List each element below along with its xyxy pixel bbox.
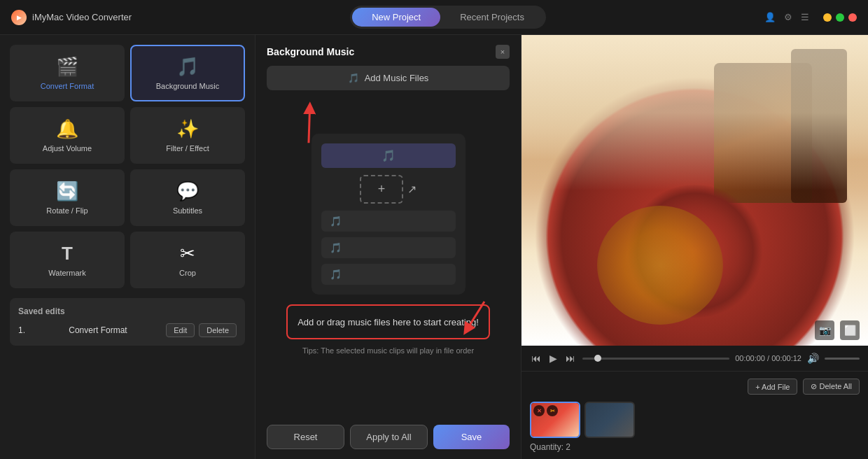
- saved-edit-name: Convert Format: [69, 325, 127, 335]
- crop-icon: ✂: [180, 243, 195, 264]
- saved-edit-item: 1. Convert Format Edit Delete: [18, 323, 237, 337]
- plus-area: + ↗: [360, 175, 417, 204]
- tools-grid: 🎬 Convert Format 🎵 Background Music 🔔 Ad…: [10, 45, 245, 288]
- recent-projects-tab[interactable]: Recent Projects: [440, 8, 544, 27]
- svg-line-1: [293, 108, 326, 143]
- music-row-3: 🎵: [321, 264, 456, 285]
- clip-1-badges: ✕ ✂: [533, 405, 558, 416]
- clip-2-thumbnail: [586, 403, 634, 437]
- saved-edits-title: Saved edits: [18, 306, 237, 316]
- tool-crop[interactable]: ✂ Crop: [130, 232, 245, 288]
- add-music-files-button[interactable]: 🎵 Add Music Files: [267, 66, 510, 90]
- tool-subtitles-label: Subtitles: [173, 206, 202, 215]
- delete-all-button[interactable]: ⊘ Delete All: [803, 379, 860, 395]
- main-layout: 🎬 Convert Format 🎵 Background Music 🔔 Ad…: [0, 35, 868, 459]
- tool-rotate-flip-label: Rotate / Flip: [46, 206, 88, 215]
- clip-1[interactable]: ✕ ✂: [530, 402, 580, 438]
- background-music-icon: 🎵: [176, 56, 199, 78]
- timeline-clips: ✕ ✂: [530, 402, 860, 438]
- panel-close-button[interactable]: ×: [496, 45, 510, 59]
- skip-forward-button[interactable]: ⏭: [564, 351, 577, 365]
- music-placeholder-box: 🎵 + ↗ 🎵 🎵 🎵: [312, 134, 465, 295]
- plus-icon: +: [378, 182, 386, 197]
- watermark-icon: T: [62, 243, 73, 264]
- current-time: 00:00:00: [735, 354, 765, 362]
- clip-2[interactable]: [584, 402, 635, 438]
- pizza-image-bg: [522, 35, 868, 346]
- tool-convert-format-label: Convert Format: [41, 82, 94, 90]
- tool-convert-format[interactable]: 🎬 Convert Format: [10, 45, 125, 101]
- tool-background-music-label: Background Music: [156, 82, 220, 90]
- drop-zone-text: Add or drag music files here to start cr…: [298, 317, 479, 327]
- clip-1-scissors-badge[interactable]: ✂: [547, 405, 558, 416]
- music-highlight-row: 🎵: [321, 143, 456, 168]
- close-button[interactable]: [848, 13, 857, 22]
- minimize-button[interactable]: [823, 13, 832, 22]
- preview-icons: 📷 ⬜: [815, 320, 860, 340]
- panel-header: Background Music ×: [255, 35, 521, 66]
- app-title: iMyMac Video Converter: [32, 12, 132, 22]
- music-row-icon-2: 🎵: [330, 242, 342, 253]
- panel-footer: Reset Apply to All Save: [255, 418, 521, 459]
- left-panel: 🎬 Convert Format 🎵 Background Music 🔔 Ad…: [0, 35, 255, 459]
- new-project-tab[interactable]: New Project: [352, 8, 440, 27]
- quantity-text: Quantity: 2: [530, 442, 860, 452]
- adjust-volume-icon: 🔔: [56, 118, 78, 140]
- titlebar-left: ▶ iMyMac Video Converter: [11, 10, 132, 25]
- tool-adjust-volume[interactable]: 🔔 Adjust Volume: [10, 107, 125, 164]
- music-content-area: 🎵 + ↗ 🎵 🎵 🎵: [255, 99, 521, 418]
- background-music-panel: Background Music × 🎵 Add Music Files: [255, 35, 522, 459]
- tool-rotate-flip[interactable]: 🔄 Rotate / Flip: [10, 169, 125, 226]
- panel-title: Background Music: [267, 46, 354, 57]
- saved-edits-section: Saved edits 1. Convert Format Edit Delet…: [10, 298, 245, 346]
- subtitles-icon: 💬: [176, 181, 199, 202]
- timeline-header: + Add File ⊘ Delete All: [530, 379, 860, 395]
- maximize-button[interactable]: [836, 13, 844, 22]
- volume-icon: 🔊: [807, 353, 819, 364]
- total-time: 00:00:12: [771, 354, 802, 362]
- apply-to-all-button[interactable]: Apply to All: [350, 425, 428, 449]
- window-controls: 👤 ⚙ ☰: [764, 12, 857, 22]
- menu-icon[interactable]: ☰: [801, 12, 809, 22]
- tool-watermark[interactable]: T Watermark: [10, 232, 125, 288]
- arrow-indicator-2: [456, 298, 491, 339]
- time-display: 00:00:00 / 00:00:12: [735, 354, 802, 362]
- progress-indicator: [594, 355, 601, 362]
- tool-subtitles[interactable]: 💬 Subtitles: [130, 169, 245, 226]
- edit-saved-button[interactable]: Edit: [166, 323, 195, 337]
- dashed-drop-box[interactable]: +: [360, 175, 404, 204]
- add-music-label: Add Music Files: [365, 73, 429, 83]
- play-pause-button[interactable]: ▶: [548, 351, 559, 365]
- music-note-icon: 🎵: [382, 149, 396, 162]
- filter-effect-icon: ✨: [176, 118, 199, 140]
- app-logo: ▶: [11, 10, 27, 25]
- add-file-button[interactable]: + Add File: [748, 379, 797, 395]
- tool-crop-label: Crop: [179, 269, 196, 277]
- progress-bar[interactable]: [582, 358, 729, 360]
- fullscreen-icon[interactable]: ⬜: [840, 320, 860, 340]
- save-button[interactable]: Save: [433, 425, 510, 449]
- video-controls: ⏮ ▶ ⏭ 00:00:00 / 00:00:12 🔊: [522, 346, 868, 371]
- convert-format-icon: 🎬: [56, 56, 78, 78]
- music-cursor-icon: ↗: [407, 183, 416, 196]
- skip-back-button[interactable]: ⏮: [530, 351, 542, 365]
- saved-edit-number: 1.: [18, 325, 30, 335]
- user-icon[interactable]: 👤: [764, 12, 776, 22]
- volume-bar[interactable]: [825, 358, 860, 360]
- delete-saved-button[interactable]: Delete: [199, 323, 237, 337]
- clip-1-close-badge[interactable]: ✕: [533, 405, 545, 416]
- tool-background-music[interactable]: 🎵 Background Music: [130, 45, 245, 101]
- tool-filter-effect-label: Filter / Effect: [166, 144, 209, 153]
- tab-switcher: New Project Recent Projects: [350, 6, 546, 29]
- reset-button[interactable]: Reset: [267, 425, 344, 449]
- tool-filter-effect[interactable]: ✨ Filter / Effect: [130, 107, 245, 164]
- right-panel: 📷 ⬜ ⏮ ▶ ⏭ 00:00:00 / 00:00:12 🔊: [522, 35, 868, 459]
- tool-adjust-volume-label: Adjust Volume: [43, 144, 92, 153]
- add-music-icon: 🎵: [348, 73, 359, 83]
- screenshot-icon[interactable]: 📷: [815, 320, 834, 340]
- music-row-icon-3: 🎵: [330, 269, 342, 280]
- svg-line-3: [467, 302, 484, 330]
- settings-icon[interactable]: ⚙: [784, 12, 792, 22]
- music-row-1: 🎵: [321, 211, 456, 232]
- video-placeholder-image: 📷 ⬜: [522, 35, 868, 346]
